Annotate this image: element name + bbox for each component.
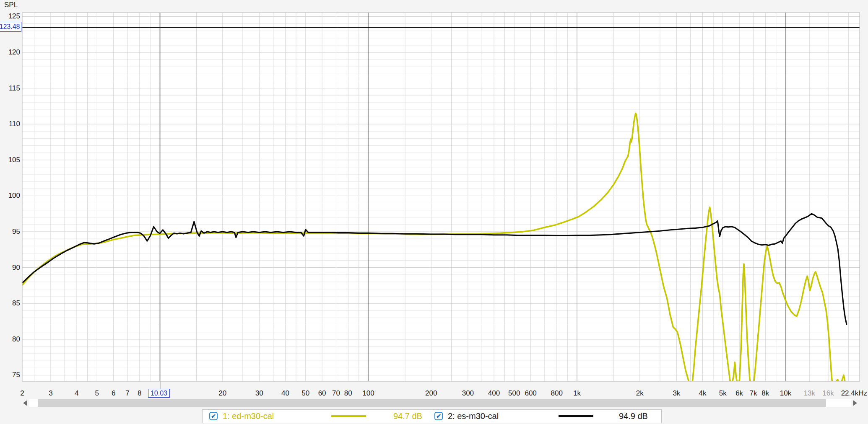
- x-tick-label-6k: 6k: [735, 389, 743, 398]
- trace1-cursor-value: 94.7 dB: [393, 409, 422, 423]
- x-tick-label-3k: 3k: [673, 389, 680, 398]
- x-tick-label-60: 60: [318, 389, 326, 398]
- y-tick-label-95: 95: [0, 228, 20, 236]
- scrollbar-thumb[interactable]: [38, 399, 826, 407]
- x-tick-label-8k: 8k: [761, 389, 769, 398]
- y-tick-label-125: 125: [0, 12, 20, 21]
- checkmark-icon: ✔: [210, 413, 217, 419]
- y-tick-label-120: 120: [0, 48, 20, 57]
- y-tick-label-80: 80: [0, 335, 20, 344]
- x-tick-label-70: 70: [332, 389, 340, 398]
- x-tick-label-20: 20: [218, 389, 226, 398]
- x-tick-label-7: 7: [125, 389, 129, 398]
- x-tick-label-400: 400: [488, 389, 500, 398]
- x-tick-label-16k: 16k: [822, 389, 834, 398]
- x-tick-label-2k: 2k: [636, 389, 644, 398]
- cursor-spl-readout: 123.48: [0, 22, 21, 32]
- trace2-cursor-value: 94.9 dB: [619, 409, 648, 423]
- trace1-label: 1: ed-m30-cal: [223, 409, 274, 423]
- y-tick-label-110: 110: [0, 120, 20, 128]
- trace2-label: 2: es-m30-cal: [448, 409, 499, 423]
- trace1-checkbox[interactable]: ✔: [209, 412, 218, 420]
- x-tick-label-7k: 7k: [749, 389, 757, 398]
- x-tick-label-40: 40: [281, 389, 289, 398]
- x-tick-label-13k: 13k: [803, 389, 815, 398]
- x-tick-label-22.4kHz: 22.4kHz: [841, 389, 867, 398]
- x-tick-label-6: 6: [112, 389, 115, 398]
- x-tick-label-80: 80: [344, 389, 352, 398]
- x-tick-label-200: 200: [425, 389, 437, 398]
- trace1-line-swatch: [331, 415, 366, 417]
- x-tick-label-500: 500: [508, 389, 520, 398]
- x-tick-label-8: 8: [138, 389, 141, 398]
- x-tick-label-5k: 5k: [719, 389, 727, 398]
- x-tick-label-4: 4: [75, 389, 78, 398]
- frequency-response-chart[interactable]: [0, 0, 868, 424]
- x-tick-label-2: 2: [20, 389, 24, 398]
- x-tick-label-800: 800: [551, 389, 563, 398]
- cursor-frequency-readout: 10.03: [148, 389, 170, 398]
- x-tick-label-300: 300: [462, 389, 474, 398]
- scrollbar-track-right[interactable]: [826, 399, 851, 407]
- y-tick-label-75: 75: [0, 371, 20, 379]
- x-tick-label-10k: 10k: [780, 389, 791, 398]
- spl-measurement-app: SPL 1251201151101051009590858075 2345678…: [0, 0, 868, 424]
- x-tick-label-1k: 1k: [573, 389, 581, 398]
- x-tick-label-30: 30: [255, 389, 263, 398]
- y-tick-label-105: 105: [0, 156, 20, 164]
- y-tick-label-115: 115: [0, 84, 20, 93]
- x-tick-label-5: 5: [95, 389, 99, 398]
- checkmark-icon: ✔: [435, 413, 442, 419]
- x-tick-label-4k: 4k: [699, 389, 707, 398]
- trace2-checkbox[interactable]: ✔: [434, 412, 443, 420]
- plot-area[interactable]: [22, 13, 860, 381]
- x-tick-label-3: 3: [49, 389, 52, 398]
- scrollbar-track-left[interactable]: [29, 399, 38, 407]
- x-tick-label-100: 100: [362, 389, 374, 398]
- x-tick-label-50: 50: [301, 389, 309, 398]
- scrollbar-right-arrow-icon[interactable]: [853, 400, 857, 406]
- trace2-line-swatch: [559, 415, 593, 417]
- y-tick-label-100: 100: [0, 191, 20, 200]
- y-tick-label-90: 90: [0, 264, 20, 272]
- scrollbar-left-arrow-icon[interactable]: [23, 400, 27, 406]
- y-tick-label-85: 85: [0, 299, 20, 308]
- x-tick-label-600: 600: [525, 389, 536, 398]
